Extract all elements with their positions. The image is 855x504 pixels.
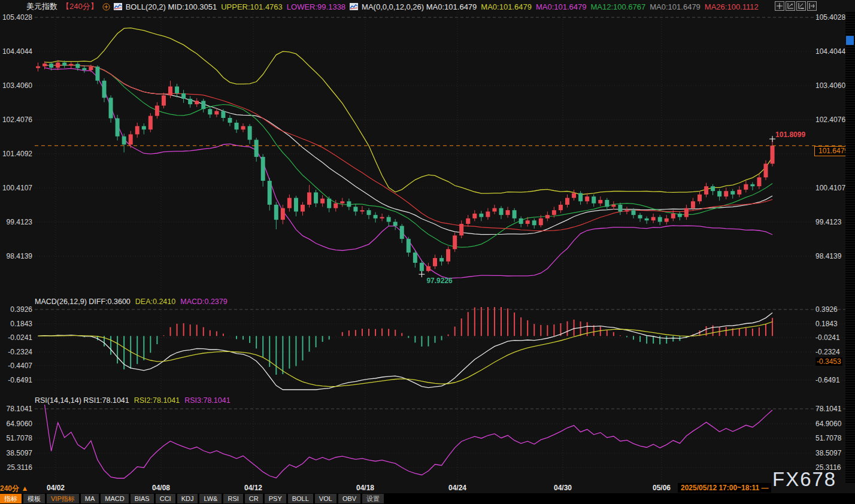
candle-body xyxy=(235,123,239,129)
candle-body xyxy=(592,196,596,203)
candle-body xyxy=(49,63,53,68)
candle-body xyxy=(254,140,259,157)
macd-axis-label: 0.3926 xyxy=(815,305,848,314)
pane-tool-icon[interactable] xyxy=(807,1,817,11)
candle-body xyxy=(519,218,523,224)
candle-body xyxy=(89,66,93,70)
toolbar-tab-CR[interactable]: CR xyxy=(245,494,263,503)
candle-body xyxy=(75,64,80,68)
toolbar-tab-指标[interactable]: 指标 xyxy=(0,494,22,503)
candle-body xyxy=(43,63,47,66)
candle-body xyxy=(737,190,741,195)
price-chart[interactable] xyxy=(0,0,855,504)
fx678-watermark: FX678 xyxy=(772,468,836,491)
ma26-value: MA26:100.1112 xyxy=(705,2,759,11)
candle-body xyxy=(433,258,437,266)
candle-body xyxy=(208,109,212,114)
toolbar-tab-VIP指标[interactable]: VIP指标 xyxy=(47,494,79,503)
candle-body xyxy=(506,210,510,215)
macd-value: MACD:0.2379 xyxy=(180,297,228,306)
candle-body xyxy=(380,217,384,218)
rsi-axis-label: 78.1041 xyxy=(815,405,848,413)
rsi-axis-label: 38.5097 xyxy=(815,449,848,457)
toolbar-tab-LW&[interactable]: LW& xyxy=(199,494,222,503)
candle-body xyxy=(704,186,708,195)
candle-body xyxy=(320,199,325,204)
crosshair-tool-icon[interactable] xyxy=(775,1,784,11)
candle-body xyxy=(472,214,477,218)
candle-body xyxy=(453,235,457,249)
y-scale-tool-icon[interactable] xyxy=(786,1,795,11)
series-line xyxy=(38,322,773,387)
ma0-yellow-value: MA0:101.6479 xyxy=(481,2,532,11)
main-axis-label: 105.4028 xyxy=(0,13,32,22)
period-text: 240分 xyxy=(0,484,19,493)
toolbar-tab-模板[interactable]: 模板 xyxy=(23,494,45,503)
candle-body xyxy=(624,210,629,211)
candle-body xyxy=(135,126,140,135)
ma0-magenta-value: MA0:101.6479 xyxy=(536,2,587,11)
main-axis-label: 98.4139 xyxy=(815,252,848,260)
candle-body xyxy=(744,184,748,190)
macd-axis-label: 0.1843 xyxy=(0,320,32,328)
candle-body xyxy=(307,192,311,205)
macd-dea-value: DEA:0.2410 xyxy=(135,297,175,306)
candle-body xyxy=(724,191,728,196)
toolbar-tab-MACD[interactable]: MACD xyxy=(101,494,128,503)
rsi-axis-label: 51.7078 xyxy=(815,434,848,442)
candle-body xyxy=(671,214,675,218)
x-scale-tool-icon[interactable] xyxy=(796,1,806,11)
period-selector[interactable]: 240分 ▲ xyxy=(0,484,28,494)
toolbar-tab-CCI[interactable]: CCI xyxy=(156,494,175,503)
toolbar-tab-RSI[interactable]: RSI xyxy=(223,494,242,503)
candle-body xyxy=(181,93,186,99)
toolbar-tab-OBV[interactable]: OBV xyxy=(338,494,360,503)
main-axis-label: 99.4123 xyxy=(815,218,848,226)
candle-body xyxy=(353,207,357,211)
macd-axis-label: -0.3453 xyxy=(815,357,842,366)
rsi-axis-label: 38.5097 xyxy=(0,449,32,457)
toolbar-tab-BIAS[interactable]: BIAS xyxy=(131,494,154,503)
candle-body xyxy=(578,193,583,202)
candle-body xyxy=(168,86,172,95)
candle-body xyxy=(393,222,398,226)
crosshair-timestamp: 2025/05/12 17:00~18:11 — xyxy=(678,483,771,493)
period-low-label: 97.9226 xyxy=(426,277,452,285)
extreme-cross-icon xyxy=(419,271,425,277)
candle-body xyxy=(413,253,417,263)
toolbar-tab-MA[interactable]: MA xyxy=(81,494,99,503)
candle-body xyxy=(532,220,536,225)
candle-body xyxy=(439,258,444,262)
macd-axis-label: -0.4407 xyxy=(0,362,32,370)
candle-body xyxy=(268,181,272,205)
candle-body xyxy=(287,198,292,208)
candle-body xyxy=(446,249,450,262)
toolbar-tab-VOL[interactable]: VOL xyxy=(315,494,336,503)
toolbar-tab-设置[interactable]: 设置 xyxy=(362,494,384,503)
chart-thumb-icon xyxy=(114,3,122,10)
candle-body xyxy=(459,224,463,235)
macd-axis-label: 0.3926 xyxy=(0,305,32,314)
candle-body xyxy=(545,215,550,218)
candle-body xyxy=(598,200,602,204)
candle-body xyxy=(572,193,576,198)
candle-body xyxy=(618,205,622,211)
date-tick-label: 04/24 xyxy=(448,484,466,492)
candle-body xyxy=(62,63,66,66)
scrollbar-thumb[interactable] xyxy=(846,36,854,45)
period-arrow-icon: ▲ xyxy=(21,484,28,493)
main-axis-label: 102.4076 xyxy=(815,116,848,124)
ma0-gray-value: MA0:101.6479 xyxy=(650,2,701,11)
candle-body xyxy=(314,192,318,203)
toolbar-tab-BOLL[interactable]: BOLL xyxy=(288,494,313,503)
candle-body xyxy=(407,239,411,253)
macd-axis-label: -0.6491 xyxy=(0,376,32,384)
toolbar-tab-PSY[interactable]: PSY xyxy=(265,494,286,503)
boll-upper-value: UPPER:101.4763 xyxy=(221,2,283,11)
series-line xyxy=(45,65,773,235)
candle-body xyxy=(605,200,609,207)
right-scrollbar[interactable] xyxy=(845,12,855,484)
toolbar-tab-KDJ[interactable]: KDJ xyxy=(177,494,198,503)
candle-body xyxy=(658,217,662,222)
boll-mid-value: BOLL(20,2) MID:100.3051 xyxy=(126,2,217,11)
